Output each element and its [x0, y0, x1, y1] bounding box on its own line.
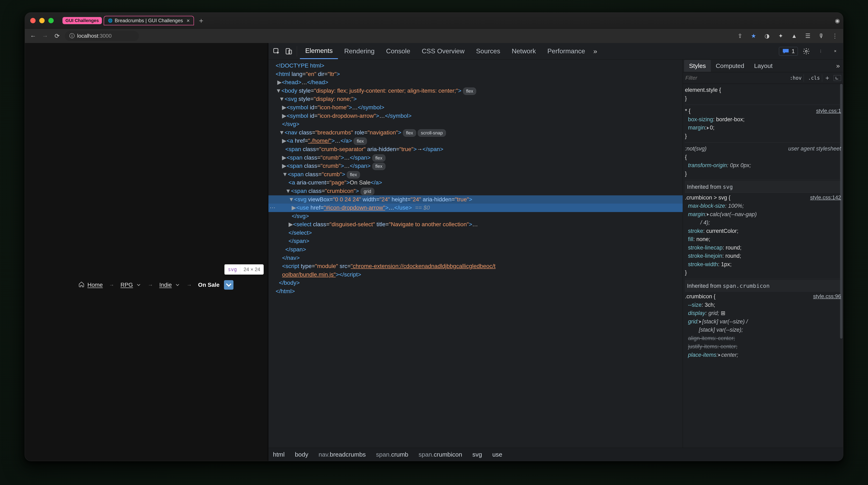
tab-performance[interactable]: Performance — [542, 44, 590, 59]
reading-list-icon[interactable]: ☰ — [804, 32, 812, 40]
devtools-menu-icon[interactable]: ⋮ — [815, 46, 826, 56]
styles-filter-bar: :hov .cls ＋ — [683, 72, 843, 84]
path-segment[interactable]: span.crumbicon — [418, 451, 462, 458]
crumb-label: RPG — [121, 282, 133, 288]
tab-sources[interactable]: Sources — [471, 44, 505, 59]
inherited-from-crumbicon: Inherited from span.crumbicon — [685, 280, 841, 292]
viewport: svg 24 × 24 Home → RPG → Indie — [25, 43, 843, 461]
forward-button[interactable]: → — [41, 32, 49, 40]
styles-pane: Styles Computed Layout » :hov .cls ＋ — [683, 59, 843, 448]
path-segment[interactable]: nav.breadcrumbs — [319, 451, 366, 458]
crumb-home[interactable]: Home — [79, 281, 103, 289]
inspect-element-icon[interactable] — [271, 46, 282, 56]
url: localhost:3000 — [77, 33, 112, 39]
devtools-tabbar: Elements Rendering Console CSS Overview … — [269, 43, 843, 59]
breadcrumbs: Home → RPG → Indie → On Sale — [79, 280, 234, 290]
address-bar[interactable]: ⓘ localhost:3000 — [65, 31, 139, 41]
dom-tree[interactable]: <!DOCTYPE html> <html lang="en" dir="ltr… — [269, 59, 683, 448]
separator-icon: → — [148, 282, 153, 288]
issues-count: 1 — [792, 48, 795, 55]
extensions-puzzle-icon[interactable]: ✦ — [776, 32, 785, 40]
path-segment[interactable]: svg — [472, 451, 482, 458]
dom-breadcrumb-dots-icon[interactable]: ⋯ — [269, 204, 275, 212]
close-tab-icon[interactable]: × — [187, 18, 190, 24]
tab-elements[interactable]: Elements — [300, 43, 338, 59]
tab-label: GUI Challenges — [65, 18, 99, 23]
extension-person-icon[interactable]: ▲ — [790, 32, 798, 40]
share-icon[interactable]: ⇪ — [736, 32, 744, 40]
crumb-label: Home — [87, 282, 103, 288]
reload-button[interactable]: ⟳ — [53, 32, 61, 40]
hov-toggle[interactable]: :hov — [787, 74, 804, 82]
styles-rules[interactable]: element.style {} style.css:1 * { box-siz… — [683, 84, 843, 448]
device-toggle-icon[interactable] — [284, 46, 294, 56]
path-segment[interactable]: use — [492, 451, 502, 458]
crumb-indie[interactable]: Indie — [159, 282, 180, 288]
inherited-from-svg: Inherited from svg — [685, 181, 841, 193]
styles-tab-computed[interactable]: Computed — [711, 60, 749, 72]
back-button[interactable]: ← — [29, 32, 37, 40]
tab-rendering[interactable]: Rendering — [339, 44, 380, 59]
tab-console[interactable]: Console — [381, 44, 415, 59]
chevron-down-icon[interactable] — [175, 282, 180, 288]
svg-point-3 — [805, 50, 807, 52]
chrome-tabs: GUI Challenges 🌐 Breadcrumbs | GUI Chall… — [61, 16, 207, 25]
computed-toggle-icon[interactable] — [834, 75, 841, 81]
minimize-window-button[interactable] — [39, 18, 44, 23]
chevron-down-icon-highlighted[interactable] — [224, 280, 234, 290]
dom-path-bar[interactable]: html body nav.breadcrumbs span.crumb spa… — [269, 448, 843, 461]
new-tab-button[interactable]: ＋ — [196, 16, 207, 25]
styles-tab-styles[interactable]: Styles — [684, 60, 711, 72]
tooltip-dimensions: 24 × 24 — [240, 264, 264, 275]
toolbar-right: ⇪ ★ ◑ ✦ ▲ ☰ 🎙 ⋮ — [736, 32, 839, 40]
fullscreen-window-button[interactable] — [48, 18, 54, 23]
crumb-label: Indie — [159, 282, 172, 288]
path-segment[interactable]: html — [273, 451, 285, 458]
settings-gear-icon[interactable] — [801, 46, 811, 56]
issues-icon — [782, 48, 789, 55]
account-icon[interactable]: ◉ — [835, 17, 840, 24]
new-rule-icon[interactable]: ＋ — [824, 74, 830, 82]
tab-label: Breadcrumbs | GUI Challenges — [115, 18, 183, 24]
toolbar: ← → ⟳ ⓘ localhost:3000 ⇪ ★ ◑ ✦ ▲ ☰ 🎙 ⋮ — [25, 29, 843, 43]
extension-visbug-icon[interactable]: ◑ — [763, 32, 771, 40]
cls-toggle[interactable]: .cls — [806, 74, 822, 82]
favicon-globe-icon: 🌐 — [108, 18, 113, 23]
path-segment[interactable]: span.crumb — [376, 451, 408, 458]
styles-tabs: Styles Computed Layout » — [683, 59, 843, 72]
rendered-page: svg 24 × 24 Home → RPG → Indie — [25, 43, 268, 461]
tab-network[interactable]: Network — [506, 44, 541, 59]
separator-icon: → — [109, 282, 114, 288]
close-devtools-icon[interactable]: ✕ — [830, 46, 840, 56]
close-window-button[interactable] — [30, 18, 36, 23]
styles-tabs-overflow-icon[interactable]: » — [834, 62, 842, 69]
crumb-on-sale[interactable]: On Sale — [198, 280, 234, 290]
inspect-tooltip: svg 24 × 24 — [224, 264, 264, 275]
tabs-overflow-icon[interactable]: » — [591, 47, 599, 55]
svg-rect-1 — [286, 48, 290, 54]
source-link[interactable]: style.css:96 — [813, 292, 841, 301]
tab-breadcrumbs[interactable]: 🌐 Breadcrumbs | GUI Challenges × — [104, 16, 194, 25]
browser-window: GUI Challenges 🌐 Breadcrumbs | GUI Chall… — [25, 12, 843, 461]
crumb-label: On Sale — [198, 282, 219, 288]
bookmark-star-icon[interactable]: ★ — [749, 32, 757, 40]
svg-rect-2 — [289, 50, 292, 54]
traffic-lights — [28, 18, 56, 23]
tab-css-overview[interactable]: CSS Overview — [416, 44, 470, 59]
source-link[interactable]: style.css:142 — [810, 194, 841, 202]
extension-mic-icon[interactable]: 🎙 — [817, 32, 826, 40]
crumb-rpg[interactable]: RPG — [121, 282, 142, 288]
path-segment[interactable]: body — [295, 451, 308, 458]
issues-badge[interactable]: 1 — [779, 47, 798, 56]
titlebar: GUI Challenges 🌐 Breadcrumbs | GUI Chall… — [25, 12, 843, 29]
chevron-down-icon[interactable] — [136, 282, 142, 288]
tooltip-element-name: svg — [225, 264, 240, 275]
devtools: Elements Rendering Console CSS Overview … — [268, 43, 843, 461]
separator-icon: → — [187, 282, 192, 288]
styles-filter-input[interactable] — [685, 75, 785, 81]
styles-tab-layout[interactable]: Layout — [749, 60, 777, 72]
source-link[interactable]: style.css:1 — [816, 107, 841, 115]
tab-gui-challenges[interactable]: GUI Challenges — [62, 17, 102, 24]
site-info-icon[interactable]: ⓘ — [69, 32, 75, 39]
chrome-menu-icon[interactable]: ⋮ — [831, 32, 839, 40]
